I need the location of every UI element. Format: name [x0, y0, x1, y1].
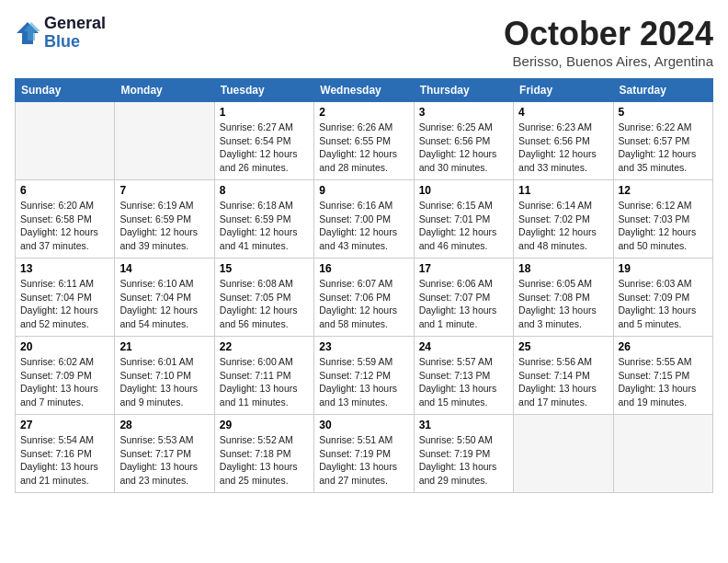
cell-content: Sunrise: 6:22 AMSunset: 6:57 PMDaylight:… [619, 121, 708, 175]
day-number: 2 [319, 106, 408, 119]
day-number: 19 [619, 262, 708, 275]
cell-content: Sunrise: 5:57 AMSunset: 7:13 PMDaylight:… [419, 355, 508, 409]
calendar-cell: 30Sunrise: 5:51 AMSunset: 7:19 PMDayligh… [314, 415, 414, 493]
cell-content: Sunrise: 6:00 AMSunset: 7:11 PMDaylight:… [220, 355, 309, 409]
cell-content: Sunrise: 6:12 AMSunset: 7:03 PMDaylight:… [619, 199, 708, 253]
cell-content: Sunrise: 6:07 AMSunset: 7:06 PMDaylight:… [319, 277, 408, 331]
title-block: October 2024 Berisso, Buenos Aires, Arge… [504, 15, 713, 69]
day-number: 4 [518, 106, 608, 119]
calendar-cell: 28Sunrise: 5:53 AMSunset: 7:17 PMDayligh… [115, 415, 214, 493]
cell-content: Sunrise: 5:51 AMSunset: 7:19 PMDaylight:… [319, 433, 408, 488]
day-number: 30 [319, 419, 408, 431]
calendar-cell: 19Sunrise: 6:03 AMSunset: 7:09 PMDayligh… [613, 259, 712, 337]
day-header-wednesday: Wednesday [314, 79, 414, 102]
day-number: 28 [119, 419, 209, 431]
day-number: 24 [419, 340, 508, 353]
day-header-tuesday: Tuesday [214, 79, 313, 102]
cell-content: Sunrise: 5:56 AMSunset: 7:14 PMDaylight:… [518, 355, 608, 409]
day-header-thursday: Thursday [414, 79, 513, 102]
calendar-cell: 9Sunrise: 6:16 AMSunset: 7:00 PMDaylight… [314, 180, 414, 259]
calendar-cell: 5Sunrise: 6:22 AMSunset: 6:57 PMDaylight… [613, 102, 712, 180]
calendar-cell: 21Sunrise: 6:01 AMSunset: 7:10 PMDayligh… [115, 337, 214, 415]
day-header-friday: Friday [514, 79, 613, 102]
day-number: 27 [20, 419, 109, 431]
cell-content: Sunrise: 6:15 AMSunset: 7:01 PMDaylight:… [419, 199, 508, 253]
page-header: General Blue October 2024 Berisso, Bueno… [15, 15, 713, 69]
calendar-cell: 15Sunrise: 6:08 AMSunset: 7:05 PMDayligh… [214, 259, 313, 337]
location-subtitle: Berisso, Buenos Aires, Argentina [504, 53, 713, 69]
calendar-cell: 13Sunrise: 6:11 AMSunset: 7:04 PMDayligh… [16, 259, 115, 337]
cell-content: Sunrise: 6:08 AMSunset: 7:05 PMDaylight:… [220, 277, 309, 331]
logo-icon [15, 20, 40, 46]
calendar-cell: 4Sunrise: 6:23 AMSunset: 6:56 PMDaylight… [514, 102, 613, 180]
day-number: 21 [119, 340, 209, 353]
calendar-table: SundayMondayTuesdayWednesdayThursdayFrid… [15, 78, 713, 493]
month-title: October 2024 [504, 15, 713, 53]
cell-content: Sunrise: 6:19 AMSunset: 6:59 PMDaylight:… [119, 199, 209, 253]
day-number: 9 [319, 184, 408, 197]
cell-content: Sunrise: 5:52 AMSunset: 7:18 PMDaylight:… [220, 433, 309, 488]
calendar-cell: 7Sunrise: 6:19 AMSunset: 6:59 PMDaylight… [115, 180, 214, 259]
calendar-header-row: SundayMondayTuesdayWednesdayThursdayFrid… [16, 79, 713, 102]
cell-content: Sunrise: 6:16 AMSunset: 7:00 PMDaylight:… [319, 199, 408, 253]
calendar-cell: 6Sunrise: 6:20 AMSunset: 6:58 PMDaylight… [16, 180, 115, 259]
day-number: 14 [119, 262, 209, 275]
cell-content: Sunrise: 6:02 AMSunset: 7:09 PMDaylight:… [20, 355, 109, 409]
day-number: 12 [619, 184, 708, 197]
logo-text: General Blue [44, 15, 106, 52]
cell-content: Sunrise: 6:01 AMSunset: 7:10 PMDaylight:… [119, 355, 209, 409]
calendar-cell: 11Sunrise: 6:14 AMSunset: 7:02 PMDayligh… [514, 180, 613, 259]
calendar-cell: 3Sunrise: 6:25 AMSunset: 6:56 PMDaylight… [414, 102, 513, 180]
cell-content: Sunrise: 6:03 AMSunset: 7:09 PMDaylight:… [619, 277, 708, 331]
calendar-cell: 23Sunrise: 5:59 AMSunset: 7:12 PMDayligh… [314, 337, 414, 415]
cell-content: Sunrise: 6:06 AMSunset: 7:07 PMDaylight:… [419, 277, 508, 331]
calendar-cell: 20Sunrise: 6:02 AMSunset: 7:09 PMDayligh… [16, 337, 115, 415]
calendar-cell: 26Sunrise: 5:55 AMSunset: 7:15 PMDayligh… [613, 337, 712, 415]
day-number: 31 [419, 419, 508, 431]
cell-content: Sunrise: 6:23 AMSunset: 6:56 PMDaylight:… [518, 121, 608, 175]
day-number: 22 [220, 340, 309, 353]
calendar-cell: 27Sunrise: 5:54 AMSunset: 7:16 PMDayligh… [16, 415, 115, 493]
calendar-cell: 31Sunrise: 5:50 AMSunset: 7:19 PMDayligh… [414, 415, 513, 493]
week-row-3: 13Sunrise: 6:11 AMSunset: 7:04 PMDayligh… [16, 259, 713, 337]
day-header-saturday: Saturday [613, 79, 712, 102]
day-number: 13 [20, 262, 109, 275]
cell-content: Sunrise: 6:14 AMSunset: 7:02 PMDaylight:… [518, 199, 608, 253]
day-number: 3 [419, 106, 508, 119]
week-row-5: 27Sunrise: 5:54 AMSunset: 7:16 PMDayligh… [16, 415, 713, 493]
calendar-cell [115, 102, 214, 180]
cell-content: Sunrise: 6:10 AMSunset: 7:04 PMDaylight:… [119, 277, 209, 331]
week-row-2: 6Sunrise: 6:20 AMSunset: 6:58 PMDaylight… [16, 180, 713, 259]
cell-content: Sunrise: 6:11 AMSunset: 7:04 PMDaylight:… [20, 277, 109, 331]
logo-general: General [44, 15, 106, 33]
day-number: 7 [119, 184, 209, 197]
day-number: 20 [20, 340, 109, 353]
calendar-cell [16, 102, 115, 180]
day-number: 17 [419, 262, 508, 275]
day-number: 16 [319, 262, 408, 275]
calendar-cell: 18Sunrise: 6:05 AMSunset: 7:08 PMDayligh… [514, 259, 613, 337]
calendar-cell: 1Sunrise: 6:27 AMSunset: 6:54 PMDaylight… [214, 102, 313, 180]
cell-content: Sunrise: 5:59 AMSunset: 7:12 PMDaylight:… [319, 355, 408, 409]
day-number: 10 [419, 184, 508, 197]
calendar-cell: 12Sunrise: 6:12 AMSunset: 7:03 PMDayligh… [613, 180, 712, 259]
day-number: 11 [518, 184, 608, 197]
cell-content: Sunrise: 6:26 AMSunset: 6:55 PMDaylight:… [319, 121, 408, 175]
calendar-cell: 14Sunrise: 6:10 AMSunset: 7:04 PMDayligh… [115, 259, 214, 337]
calendar-cell: 29Sunrise: 5:52 AMSunset: 7:18 PMDayligh… [214, 415, 313, 493]
week-row-4: 20Sunrise: 6:02 AMSunset: 7:09 PMDayligh… [16, 337, 713, 415]
day-number: 1 [220, 106, 309, 119]
day-number: 18 [518, 262, 608, 275]
logo: General Blue [15, 15, 106, 52]
cell-content: Sunrise: 6:05 AMSunset: 7:08 PMDaylight:… [518, 277, 608, 331]
calendar-cell [514, 415, 613, 493]
calendar-cell: 8Sunrise: 6:18 AMSunset: 6:59 PMDaylight… [214, 180, 313, 259]
week-row-1: 1Sunrise: 6:27 AMSunset: 6:54 PMDaylight… [16, 102, 713, 180]
calendar-cell: 16Sunrise: 6:07 AMSunset: 7:06 PMDayligh… [314, 259, 414, 337]
day-number: 6 [20, 184, 109, 197]
calendar-cell [613, 415, 712, 493]
calendar-cell: 25Sunrise: 5:56 AMSunset: 7:14 PMDayligh… [514, 337, 613, 415]
cell-content: Sunrise: 5:54 AMSunset: 7:16 PMDaylight:… [20, 433, 109, 488]
day-number: 15 [220, 262, 309, 275]
cell-content: Sunrise: 5:50 AMSunset: 7:19 PMDaylight:… [419, 433, 508, 488]
